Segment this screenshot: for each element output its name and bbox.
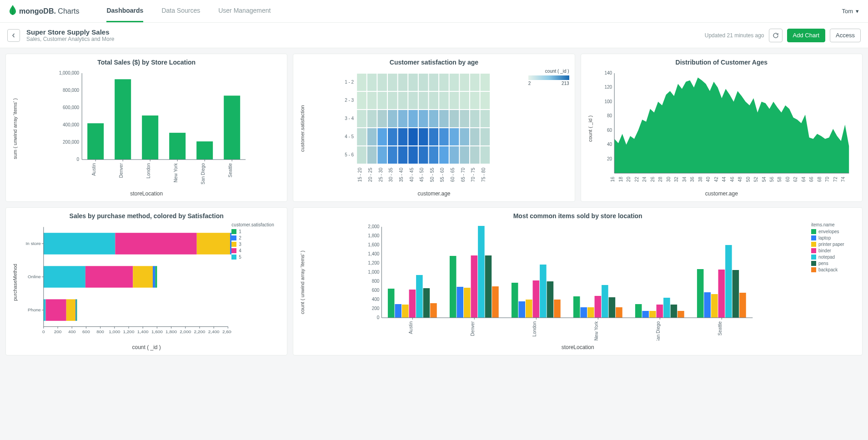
svg-text:1,200: 1,200 bbox=[368, 260, 380, 265]
back-button[interactable] bbox=[7, 29, 20, 42]
svg-text:140: 140 bbox=[604, 70, 612, 75]
svg-rect-267 bbox=[740, 293, 747, 318]
svg-text:200,000: 200,000 bbox=[63, 140, 80, 145]
add-chart-button[interactable]: Add Chart bbox=[787, 29, 826, 42]
y-axis-label: purchaseMethod bbox=[11, 222, 19, 342]
y-axis-label: sum ( unwind array 'items' ) bbox=[11, 69, 19, 189]
svg-rect-92 bbox=[388, 146, 397, 164]
svg-text:60: 60 bbox=[785, 177, 790, 182]
svg-rect-253 bbox=[642, 311, 649, 318]
svg-text:2,600: 2,600 bbox=[222, 329, 231, 334]
svg-rect-216 bbox=[388, 289, 395, 318]
svg-rect-36 bbox=[388, 74, 397, 91]
svg-text:600,000: 600,000 bbox=[63, 105, 80, 110]
svg-text:70 - 75: 70 - 75 bbox=[471, 168, 476, 182]
svg-rect-47 bbox=[357, 92, 366, 109]
svg-text:46: 46 bbox=[729, 177, 734, 182]
svg-rect-252 bbox=[635, 304, 642, 318]
svg-rect-39 bbox=[419, 74, 428, 91]
svg-rect-44 bbox=[470, 74, 480, 91]
chart-items-by-location[interactable]: Most common items sold by store location… bbox=[293, 207, 863, 355]
svg-text:64: 64 bbox=[801, 177, 806, 182]
chart-purchase-method[interactable]: Sales by purchase method, colored by Sat… bbox=[5, 207, 287, 355]
svg-text:200: 200 bbox=[54, 329, 62, 334]
svg-rect-265 bbox=[725, 245, 732, 318]
svg-text:0: 0 bbox=[377, 315, 380, 320]
svg-rect-256 bbox=[663, 298, 670, 318]
svg-rect-195 bbox=[155, 266, 157, 287]
dashboard-grid: Total Sales ($) by Store Location sum ( … bbox=[0, 48, 868, 361]
svg-text:200: 200 bbox=[372, 306, 380, 311]
svg-text:London: London bbox=[146, 163, 151, 178]
svg-text:32: 32 bbox=[674, 177, 679, 182]
heatmap-legend: count ( _id ) 2213 bbox=[526, 69, 569, 189]
svg-rect-18 bbox=[142, 115, 158, 160]
stacked-bar-svg: 02004006008001,0001,2001,4001,6001,8002,… bbox=[19, 222, 231, 340]
svg-rect-38 bbox=[409, 74, 418, 91]
svg-text:4 - 5: 4 - 5 bbox=[345, 134, 354, 139]
svg-rect-227 bbox=[464, 288, 471, 318]
svg-text:55 - 60: 55 - 60 bbox=[440, 168, 445, 182]
leaf-icon bbox=[9, 5, 16, 17]
svg-rect-255 bbox=[657, 305, 663, 318]
svg-text:18: 18 bbox=[618, 177, 623, 182]
svg-text:Seattle: Seattle bbox=[718, 321, 723, 336]
svg-rect-261 bbox=[697, 269, 704, 318]
svg-text:70: 70 bbox=[825, 177, 830, 182]
svg-text:54: 54 bbox=[761, 177, 766, 182]
svg-rect-96 bbox=[429, 146, 439, 164]
svg-rect-48 bbox=[367, 92, 377, 109]
svg-text:Austin: Austin bbox=[91, 163, 96, 176]
svg-rect-99 bbox=[460, 146, 470, 164]
svg-rect-218 bbox=[402, 305, 409, 318]
tab-data-sources[interactable]: Data Sources bbox=[161, 0, 200, 22]
tab-dashboards[interactable]: Dashboards bbox=[106, 0, 143, 22]
refresh-button[interactable] bbox=[769, 29, 783, 42]
svg-rect-67 bbox=[419, 110, 428, 127]
chart-age-distribution[interactable]: Distribution of Customer Ages count ( _i… bbox=[581, 54, 863, 202]
svg-text:2,400: 2,400 bbox=[208, 329, 220, 334]
svg-rect-66 bbox=[409, 110, 418, 127]
svg-rect-243 bbox=[573, 296, 580, 318]
svg-rect-69 bbox=[439, 110, 449, 127]
legend-title: customer.satisfaction bbox=[231, 222, 281, 227]
legend-item: pens bbox=[811, 261, 857, 266]
svg-rect-57 bbox=[460, 92, 470, 109]
svg-text:400: 400 bbox=[372, 297, 380, 302]
svg-rect-75 bbox=[357, 128, 366, 145]
svg-text:75 - 80: 75 - 80 bbox=[481, 168, 486, 182]
svg-text:40: 40 bbox=[607, 142, 612, 147]
svg-rect-27 bbox=[224, 95, 240, 160]
chart-satisfaction-heatmap[interactable]: Customer satisfaction by age customer.sa… bbox=[293, 54, 575, 202]
dashboard-subtitle: Sales, Customer Analytics and More bbox=[26, 36, 114, 42]
svg-text:San Diego: San Diego bbox=[656, 321, 661, 340]
svg-text:20 - 25: 20 - 25 bbox=[368, 168, 373, 182]
access-button[interactable]: Access bbox=[830, 29, 861, 42]
svg-rect-43 bbox=[460, 74, 470, 91]
tab-user-management[interactable]: User Management bbox=[218, 0, 271, 22]
svg-rect-71 bbox=[460, 110, 470, 127]
svg-rect-76 bbox=[367, 128, 377, 145]
svg-text:1,400: 1,400 bbox=[368, 251, 380, 256]
svg-rect-236 bbox=[526, 300, 532, 318]
svg-rect-34 bbox=[367, 74, 377, 91]
svg-rect-266 bbox=[733, 270, 739, 318]
svg-text:50 - 55: 50 - 55 bbox=[430, 168, 435, 182]
gradient-icon bbox=[528, 75, 569, 80]
svg-text:74: 74 bbox=[841, 177, 846, 182]
svg-text:Phone: Phone bbox=[28, 307, 41, 312]
user-menu[interactable]: Tom ▾ bbox=[842, 8, 859, 15]
chart-total-sales[interactable]: Total Sales ($) by Store Location sum ( … bbox=[5, 54, 287, 202]
svg-text:Austin: Austin bbox=[409, 321, 414, 334]
brand-bold: mongoDB. bbox=[19, 7, 56, 15]
svg-text:44: 44 bbox=[722, 177, 727, 182]
svg-rect-56 bbox=[450, 92, 459, 109]
svg-text:In store: In store bbox=[26, 241, 41, 246]
svg-rect-198 bbox=[44, 299, 46, 320]
svg-rect-84 bbox=[450, 128, 459, 145]
svg-rect-59 bbox=[481, 92, 490, 109]
svg-rect-192 bbox=[85, 266, 133, 287]
svg-text:1,000: 1,000 bbox=[368, 270, 380, 275]
svg-rect-200 bbox=[66, 299, 75, 320]
svg-rect-72 bbox=[470, 110, 480, 127]
